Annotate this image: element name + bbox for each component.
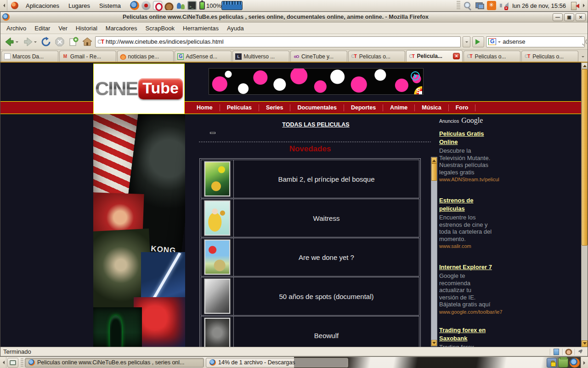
panel-hide-button[interactable] — [0, 357, 6, 368]
movie-poster[interactable] — [204, 240, 230, 275]
scroll-up-button[interactable] — [582, 63, 588, 69]
media-player-launcher-icon[interactable] — [141, 1, 151, 10]
opera-launcher-icon[interactable] — [153, 1, 162, 10]
browser-tab[interactable]: AdSense d... ✕ — [175, 51, 232, 62]
movie-title-link[interactable]: Are we done yet ? — [234, 238, 419, 276]
inner-scrollbar[interactable] — [431, 157, 437, 346]
window-titlebar[interactable]: Peliculas online www.CiNeTuBe.es pelicul… — [0, 12, 588, 23]
menu-item[interactable]: Herramientas — [179, 23, 223, 33]
movie-title-link[interactable]: Beowulf — [234, 316, 419, 347]
movie-title-link[interactable]: 50 años de spots (documental) — [234, 277, 419, 315]
ad-title-link[interactable]: Películas Gratis Online — [439, 130, 484, 145]
browser-tab[interactable]: Gmail - Re... ✕ — [59, 51, 116, 62]
google-engine-icon[interactable]: G — [488, 38, 496, 45]
menu-item[interactable]: Editar — [30, 23, 54, 33]
browser-tab[interactable]: Peliculas o... ✕ — [464, 51, 520, 62]
ad-url[interactable]: www.google.com/toolbar/ie7 — [439, 309, 493, 315]
back-button[interactable] — [3, 36, 20, 48]
browser-tab[interactable]: Multiverso ... ✕ — [232, 51, 289, 62]
panel-hide-button-right[interactable] — [581, 357, 588, 368]
movie-row[interactable]: 50 años de spots (documental) — [201, 277, 419, 316]
movie-row[interactable]: Are we done yet ? — [201, 238, 419, 276]
browser-tab[interactable]: Peliculas o... ✕ — [521, 51, 578, 62]
movie-poster[interactable] — [204, 279, 230, 314]
movie-poster-cell[interactable] — [201, 238, 234, 276]
clock-applet[interactable]: lun 26 de nov, 15:56 — [509, 2, 569, 9]
window-scrollbar[interactable] — [581, 63, 588, 347]
nav-link[interactable]: Películas — [220, 104, 259, 111]
taskbar-window-firefox[interactable]: Peliculas online www.CiNeTuBe.es pelicul… — [25, 358, 204, 368]
close-button[interactable]: ✕ — [576, 13, 586, 21]
menu-item[interactable]: Marcadores — [102, 23, 141, 33]
nav-link[interactable]: Música — [415, 104, 448, 111]
terminal-launcher-icon[interactable] — [187, 1, 197, 10]
nav-link[interactable]: Home — [190, 104, 220, 111]
menu-item[interactable]: Ver — [54, 23, 72, 33]
site-logo[interactable]: CINE Tube — [93, 63, 185, 114]
network-screens-icon[interactable] — [475, 1, 484, 10]
scrollbar-thumb[interactable] — [582, 69, 588, 246]
nav-link[interactable]: Documentales — [290, 104, 343, 111]
firefox-launcher-icon[interactable] — [130, 1, 139, 10]
url-input[interactable] — [106, 38, 458, 45]
firefox-tray-icon[interactable] — [570, 358, 580, 368]
maximize-button[interactable]: ▣ — [564, 13, 574, 21]
nav-link[interactable]: Foro — [449, 104, 475, 111]
movie-row[interactable]: Bambi 2, el príncipe del bosque — [201, 160, 419, 198]
reload-button[interactable] — [40, 36, 52, 48]
movie-poster-cell[interactable] — [201, 316, 234, 347]
messenger-launcher-icon[interactable] — [176, 1, 185, 10]
ad-title-link[interactable]: Trading forex en Saxobank — [439, 327, 486, 342]
volume-muted-icon[interactable] — [499, 1, 508, 10]
url-bar[interactable]: CT — [95, 36, 461, 47]
movie-poster[interactable] — [204, 201, 230, 236]
movie-row[interactable]: Beowulf — [201, 316, 419, 347]
movie-title-link[interactable]: Bambi 2, el príncipe del bosque — [234, 160, 419, 198]
system-monitor-applet[interactable] — [221, 1, 243, 10]
show-desktop-button[interactable] — [7, 358, 18, 368]
ad-url[interactable]: www.salir.com — [439, 243, 509, 249]
movie-poster[interactable] — [204, 318, 230, 347]
engine-dropdown-icon[interactable] — [498, 41, 501, 44]
nav-link[interactable]: Deportes — [344, 104, 383, 111]
tab-close-button[interactable]: ✕ — [453, 53, 460, 59]
greasemonkey-icon[interactable] — [565, 349, 572, 355]
scroll-up-button[interactable] — [431, 157, 437, 163]
search-input[interactable] — [503, 38, 583, 45]
panel-hide-button[interactable] — [0, 0, 7, 11]
taskbar-window-downloads[interactable]: 14% de 1 archivo - Descargas — [206, 358, 348, 368]
menu-item[interactable]: Ayuda — [223, 23, 248, 33]
lock-screen-icon[interactable] — [547, 358, 557, 368]
movie-poster-cell[interactable] — [201, 160, 234, 198]
scrollbar-thumb[interactable] — [431, 163, 437, 181]
nav-link[interactable]: Anime — [383, 104, 414, 111]
battery-applet[interactable]: 100% — [199, 1, 221, 10]
ad-url[interactable]: www.ADNStream.tv/pelicul — [439, 177, 509, 182]
scroll-down-button[interactable] — [582, 340, 588, 347]
mouse-gesture-icon[interactable] — [577, 349, 585, 355]
search-icon[interactable] — [463, 1, 472, 10]
movie-title-link[interactable]: Waitress — [234, 199, 419, 237]
search-bar[interactable]: G — [486, 36, 585, 47]
url-history-dropdown[interactable] — [463, 36, 470, 47]
movie-poster-cell[interactable] — [201, 199, 234, 237]
panel-menu[interactable]: Aplicaciones — [21, 0, 64, 11]
scrapbook-icon[interactable] — [554, 349, 559, 355]
all-movies-link[interactable]: TODAS LAS PELICULAS — [185, 121, 431, 128]
scroll-down-button[interactable] — [431, 340, 437, 346]
banner-ad[interactable] — [209, 68, 424, 95]
menu-item[interactable]: Archivo — [2, 23, 30, 33]
movie-row[interactable]: Waitress — [201, 199, 419, 237]
gimp-launcher-icon[interactable] — [164, 1, 174, 10]
menu-item[interactable]: ScrapBook — [141, 23, 179, 33]
new-tab-button[interactable] — [68, 36, 79, 48]
browser-tab[interactable]: CineTube y... ✕ — [290, 51, 347, 62]
nav-link[interactable]: Series — [259, 104, 290, 111]
menu-item[interactable]: Historial — [72, 23, 102, 33]
movie-poster[interactable] — [204, 161, 230, 196]
movie-poster-cell[interactable] — [201, 277, 234, 315]
panel-menu[interactable]: Lugares — [64, 0, 95, 11]
browser-tab[interactable]: noticias pe... ✕ — [117, 51, 174, 62]
panel-hide-button-right[interactable] — [581, 0, 588, 11]
stop-button[interactable] — [54, 36, 66, 48]
